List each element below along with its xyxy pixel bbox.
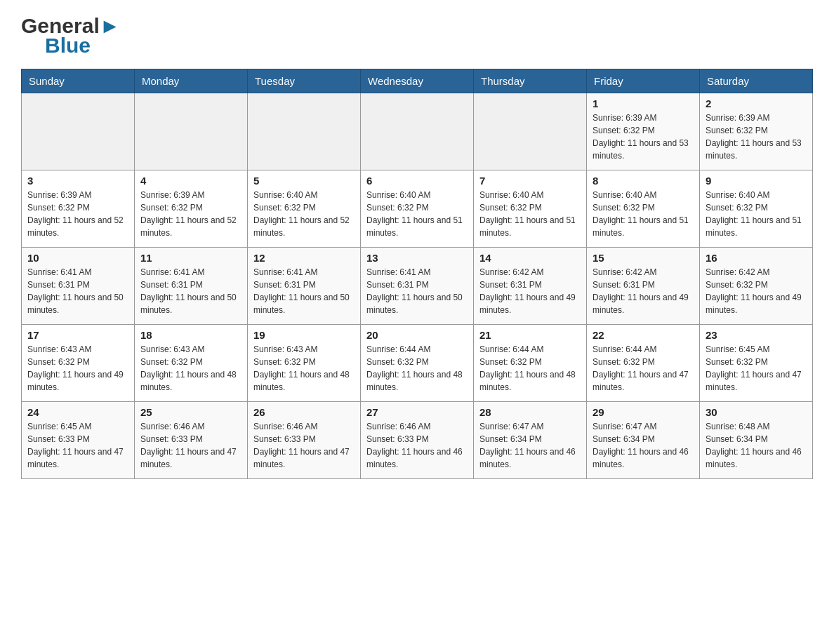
day-number: 18 [140, 329, 241, 341]
calendar-cell: 2Sunrise: 6:39 AMSunset: 6:32 PMDaylight… [700, 93, 813, 170]
weekday-header-friday: Friday [587, 69, 700, 93]
logo: General► Blue [21, 14, 120, 58]
day-number: 11 [140, 252, 241, 264]
day-number: 3 [27, 175, 128, 187]
calendar-week-row: 1Sunrise: 6:39 AMSunset: 6:32 PMDaylight… [22, 93, 813, 170]
calendar-table: SundayMondayTuesdayWednesdayThursdayFrid… [21, 69, 813, 479]
sun-info: Sunrise: 6:46 AMSunset: 6:33 PMDaylight:… [253, 420, 355, 471]
calendar-cell: 18Sunrise: 6:43 AMSunset: 6:32 PMDayligh… [135, 325, 248, 402]
calendar-cell: 23Sunrise: 6:45 AMSunset: 6:32 PMDayligh… [700, 325, 813, 402]
calendar-cell: 7Sunrise: 6:40 AMSunset: 6:32 PMDaylight… [474, 170, 587, 248]
day-number: 23 [706, 329, 807, 341]
sun-info: Sunrise: 6:40 AMSunset: 6:32 PMDaylight:… [593, 189, 694, 239]
day-number: 24 [27, 406, 128, 418]
sun-info: Sunrise: 6:43 AMSunset: 6:32 PMDaylight:… [140, 343, 241, 394]
calendar-cell: 17Sunrise: 6:43 AMSunset: 6:32 PMDayligh… [22, 325, 135, 402]
sun-info: Sunrise: 6:41 AMSunset: 6:31 PMDaylight:… [366, 266, 468, 316]
weekday-header-row: SundayMondayTuesdayWednesdayThursdayFrid… [22, 69, 813, 93]
sun-info: Sunrise: 6:48 AMSunset: 6:34 PMDaylight:… [706, 420, 807, 471]
day-number: 22 [593, 329, 694, 341]
day-number: 8 [593, 175, 694, 187]
weekday-header-monday: Monday [135, 69, 248, 93]
day-number: 19 [253, 329, 355, 341]
day-number: 17 [27, 329, 128, 341]
logo-blue-text: Blue [45, 34, 91, 58]
sun-info: Sunrise: 6:41 AMSunset: 6:31 PMDaylight:… [27, 266, 128, 316]
day-number: 21 [479, 329, 581, 341]
day-number: 15 [593, 252, 694, 264]
sun-info: Sunrise: 6:43 AMSunset: 6:32 PMDaylight:… [27, 343, 128, 394]
calendar-cell: 15Sunrise: 6:42 AMSunset: 6:31 PMDayligh… [587, 248, 700, 325]
day-number: 30 [706, 406, 807, 418]
weekday-header-sunday: Sunday [22, 69, 135, 93]
sun-info: Sunrise: 6:39 AMSunset: 6:32 PMDaylight:… [27, 189, 128, 239]
weekday-header-thursday: Thursday [474, 69, 587, 93]
sun-info: Sunrise: 6:47 AMSunset: 6:34 PMDaylight:… [479, 420, 581, 471]
day-number: 10 [27, 252, 128, 264]
calendar-cell: 8Sunrise: 6:40 AMSunset: 6:32 PMDaylight… [587, 170, 700, 248]
sun-info: Sunrise: 6:44 AMSunset: 6:32 PMDaylight:… [366, 343, 468, 394]
sun-info: Sunrise: 6:40 AMSunset: 6:32 PMDaylight:… [706, 189, 807, 239]
day-number: 20 [366, 329, 468, 341]
day-number: 27 [366, 406, 468, 418]
calendar-cell [361, 93, 474, 170]
sun-info: Sunrise: 6:42 AMSunset: 6:32 PMDaylight:… [706, 266, 807, 316]
calendar-cell: 16Sunrise: 6:42 AMSunset: 6:32 PMDayligh… [700, 248, 813, 325]
sun-info: Sunrise: 6:43 AMSunset: 6:32 PMDaylight:… [253, 343, 355, 394]
calendar-cell [135, 93, 248, 170]
sun-info: Sunrise: 6:41 AMSunset: 6:31 PMDaylight:… [140, 266, 241, 316]
calendar-cell: 29Sunrise: 6:47 AMSunset: 6:34 PMDayligh… [587, 402, 700, 479]
day-number: 25 [140, 406, 241, 418]
calendar-cell: 5Sunrise: 6:40 AMSunset: 6:32 PMDaylight… [248, 170, 361, 248]
calendar-cell: 14Sunrise: 6:42 AMSunset: 6:31 PMDayligh… [474, 248, 587, 325]
header: General► Blue [21, 14, 813, 58]
calendar-cell: 19Sunrise: 6:43 AMSunset: 6:32 PMDayligh… [248, 325, 361, 402]
calendar-cell [474, 93, 587, 170]
calendar-week-row: 24Sunrise: 6:45 AMSunset: 6:33 PMDayligh… [22, 402, 813, 479]
day-number: 13 [366, 252, 468, 264]
calendar-cell: 26Sunrise: 6:46 AMSunset: 6:33 PMDayligh… [248, 402, 361, 479]
calendar-cell: 28Sunrise: 6:47 AMSunset: 6:34 PMDayligh… [474, 402, 587, 479]
calendar-cell: 24Sunrise: 6:45 AMSunset: 6:33 PMDayligh… [22, 402, 135, 479]
sun-info: Sunrise: 6:46 AMSunset: 6:33 PMDaylight:… [366, 420, 468, 471]
day-number: 26 [253, 406, 355, 418]
day-number: 1 [593, 98, 694, 109]
calendar-cell: 1Sunrise: 6:39 AMSunset: 6:32 PMDaylight… [587, 93, 700, 170]
sun-info: Sunrise: 6:41 AMSunset: 6:31 PMDaylight:… [253, 266, 355, 316]
calendar-cell: 22Sunrise: 6:44 AMSunset: 6:32 PMDayligh… [587, 325, 700, 402]
weekday-header-tuesday: Tuesday [248, 69, 361, 93]
calendar-cell: 3Sunrise: 6:39 AMSunset: 6:32 PMDaylight… [22, 170, 135, 248]
day-number: 7 [479, 175, 581, 187]
sun-info: Sunrise: 6:40 AMSunset: 6:32 PMDaylight:… [479, 189, 581, 239]
sun-info: Sunrise: 6:44 AMSunset: 6:32 PMDaylight:… [593, 343, 694, 394]
calendar-cell: 30Sunrise: 6:48 AMSunset: 6:34 PMDayligh… [700, 402, 813, 479]
weekday-header-saturday: Saturday [700, 69, 813, 93]
day-number: 9 [706, 175, 807, 187]
calendar-cell: 13Sunrise: 6:41 AMSunset: 6:31 PMDayligh… [361, 248, 474, 325]
sun-info: Sunrise: 6:45 AMSunset: 6:32 PMDaylight:… [706, 343, 807, 394]
calendar-cell [248, 93, 361, 170]
calendar-week-row: 17Sunrise: 6:43 AMSunset: 6:32 PMDayligh… [22, 325, 813, 402]
sun-info: Sunrise: 6:39 AMSunset: 6:32 PMDaylight:… [140, 189, 241, 239]
sun-info: Sunrise: 6:45 AMSunset: 6:33 PMDaylight:… [27, 420, 128, 471]
calendar-cell: 12Sunrise: 6:41 AMSunset: 6:31 PMDayligh… [248, 248, 361, 325]
calendar-cell: 20Sunrise: 6:44 AMSunset: 6:32 PMDayligh… [361, 325, 474, 402]
sun-info: Sunrise: 6:42 AMSunset: 6:31 PMDaylight:… [479, 266, 581, 316]
calendar-cell: 27Sunrise: 6:46 AMSunset: 6:33 PMDayligh… [361, 402, 474, 479]
calendar-cell: 10Sunrise: 6:41 AMSunset: 6:31 PMDayligh… [22, 248, 135, 325]
calendar-cell [22, 93, 135, 170]
weekday-header-wednesday: Wednesday [361, 69, 474, 93]
day-number: 12 [253, 252, 355, 264]
calendar-cell: 25Sunrise: 6:46 AMSunset: 6:33 PMDayligh… [135, 402, 248, 479]
day-number: 5 [253, 175, 355, 187]
sun-info: Sunrise: 6:40 AMSunset: 6:32 PMDaylight:… [366, 189, 468, 239]
day-number: 29 [593, 406, 694, 418]
calendar-cell: 21Sunrise: 6:44 AMSunset: 6:32 PMDayligh… [474, 325, 587, 402]
calendar-cell: 4Sunrise: 6:39 AMSunset: 6:32 PMDaylight… [135, 170, 248, 248]
day-number: 16 [706, 252, 807, 264]
sun-info: Sunrise: 6:40 AMSunset: 6:32 PMDaylight:… [253, 189, 355, 239]
calendar-cell: 6Sunrise: 6:40 AMSunset: 6:32 PMDaylight… [361, 170, 474, 248]
day-number: 4 [140, 175, 241, 187]
day-number: 28 [479, 406, 581, 418]
calendar-week-row: 10Sunrise: 6:41 AMSunset: 6:31 PMDayligh… [22, 248, 813, 325]
